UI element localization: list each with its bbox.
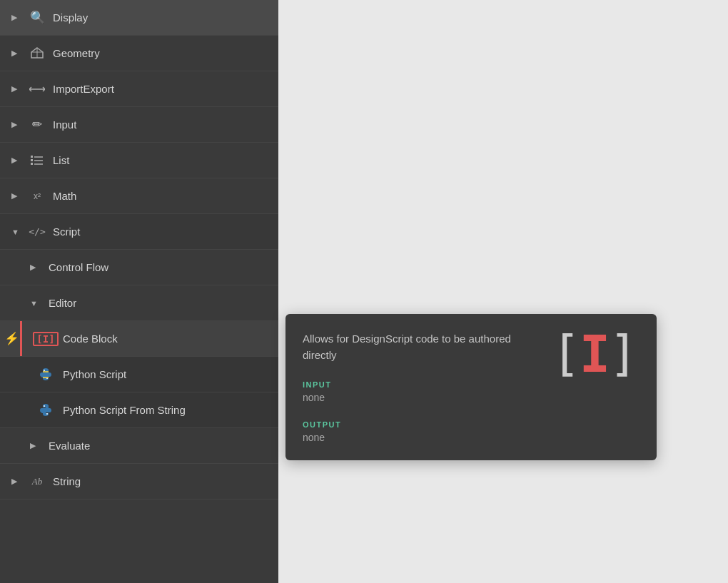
sidebar-item-script[interactable]: ▼ </> Script xyxy=(0,214,278,250)
geometry-label: Geometry xyxy=(53,47,100,59)
arrow-list: ▶ xyxy=(11,156,24,165)
controlflow-label: Control Flow xyxy=(49,261,108,273)
python-from-string-icon xyxy=(36,402,56,418)
string-label: String xyxy=(53,475,81,487)
svg-point-6 xyxy=(44,370,45,371)
tooltip-card: Allows for DesignScript code to be autho… xyxy=(285,314,657,460)
svg-point-8 xyxy=(44,405,45,407)
code-block-icon: [I] xyxy=(36,332,56,346)
importexport-label: ImportExport xyxy=(53,83,114,95)
active-indicator xyxy=(20,321,22,356)
sidebar-subheader-evaluate[interactable]: ▶ Evaluate xyxy=(0,428,278,464)
display-icon: 🔍 xyxy=(27,10,47,25)
lightning-icon: ⚡ xyxy=(4,331,19,346)
sidebar-subheader-editor[interactable]: ▼ Editor xyxy=(0,285,278,321)
arrow-display: ▶ xyxy=(11,13,24,22)
display-label: Display xyxy=(53,11,88,24)
sidebar-item-math[interactable]: ▶ x² Math xyxy=(0,178,278,214)
string-icon: Ab xyxy=(27,476,47,487)
geometry-icon xyxy=(27,46,47,61)
arrow-geometry: ▶ xyxy=(11,49,24,58)
sidebar-item-python-script[interactable]: Python Script xyxy=(0,357,278,392)
list-label: List xyxy=(53,154,69,166)
svg-rect-3 xyxy=(31,156,33,158)
code-block-label: Code Block xyxy=(63,333,118,345)
svg-rect-4 xyxy=(31,159,33,161)
arrow-importexport: ▶ xyxy=(11,84,24,93)
math-icon: x² xyxy=(27,191,47,201)
arrow-math: ▶ xyxy=(11,191,24,201)
evaluate-label: Evaluate xyxy=(49,440,90,452)
svg-rect-5 xyxy=(31,163,33,165)
input-section-value: none xyxy=(303,392,639,403)
sidebar-item-display[interactable]: ▶ 🔍 Display xyxy=(0,0,278,36)
arrow-input: ▶ xyxy=(11,120,24,129)
output-section-label: OUTPUT xyxy=(303,420,639,429)
input-icon: ✏ xyxy=(27,117,47,132)
sidebar-item-importexport[interactable]: ▶ ImportExport xyxy=(0,71,278,107)
python-script-icon xyxy=(36,367,56,382)
editor-label: Editor xyxy=(49,297,76,309)
sidebar: ▶ 🔍 Display ▶ Geometry ▶ ImportExport ▶ … xyxy=(0,0,278,583)
importexport-icon xyxy=(27,83,47,96)
sidebar-item-input[interactable]: ▶ ✏ Input xyxy=(0,107,278,143)
script-icon: </> xyxy=(27,226,47,237)
main-content: Allows for DesignScript code to be autho… xyxy=(278,0,728,583)
sidebar-item-string[interactable]: ▶ Ab String xyxy=(0,464,278,500)
output-section-value: none xyxy=(303,432,639,443)
arrow-controlflow: ▶ xyxy=(30,263,43,272)
script-label: Script xyxy=(53,225,80,238)
input-label: Input xyxy=(53,118,76,131)
arrow-editor: ▼ xyxy=(30,299,43,308)
sidebar-item-python-script-from-string[interactable]: Python Script From String xyxy=(0,392,278,428)
sidebar-item-geometry[interactable]: ▶ Geometry xyxy=(0,36,278,71)
sidebar-item-code-block[interactable]: ⚡ [I] Code Block xyxy=(0,321,278,357)
arrow-string: ▶ xyxy=(11,477,24,486)
math-label: Math xyxy=(53,190,76,202)
tooltip-description: Allows for DesignScript code to be autho… xyxy=(303,331,517,363)
python-from-string-label: Python Script From String xyxy=(63,404,186,416)
svg-point-9 xyxy=(46,413,48,415)
sidebar-subheader-controlflow[interactable]: ▶ Control Flow xyxy=(0,250,278,285)
list-icon xyxy=(27,155,47,166)
arrow-script: ▼ xyxy=(11,228,24,236)
arrow-evaluate: ▶ xyxy=(30,441,43,450)
sidebar-item-list[interactable]: ▶ List xyxy=(0,143,278,178)
python-script-label: Python Script xyxy=(63,368,126,380)
tooltip-preview-icon: [ I ] xyxy=(552,328,635,380)
